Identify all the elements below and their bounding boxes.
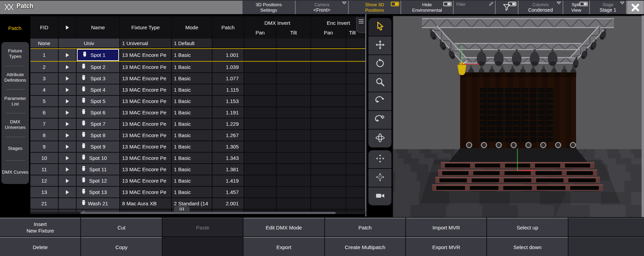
cell-enc-pan[interactable] xyxy=(311,73,346,84)
cell-enc-pan[interactable] xyxy=(311,130,346,141)
col-header-dmx-tilt[interactable]: Tilt xyxy=(277,27,311,39)
expand-cell[interactable] xyxy=(59,73,77,84)
cell-enc-pan[interactable] xyxy=(311,153,346,163)
sidebar-item-dmx-curves[interactable]: DMX Curves xyxy=(1,160,29,184)
cell-enc-tilt[interactable] xyxy=(346,141,366,152)
expand-cell[interactable] xyxy=(59,164,77,175)
expand-cell[interactable] xyxy=(59,119,77,129)
fixture-type-cell[interactable]: 13 MAC Encore Pe xyxy=(120,175,172,186)
fid-cell[interactable]: 21 xyxy=(30,198,59,209)
3d-positions-settings-button[interactable]: 3D Positions Settings xyxy=(242,1,295,14)
mode-cell[interactable]: 1 Basic xyxy=(172,164,212,175)
tool-pan-camera[interactable] xyxy=(368,150,392,168)
cell-dmx-pan[interactable] xyxy=(244,39,277,48)
fid-cell[interactable]: 2 xyxy=(30,62,59,72)
cell-enc-tilt[interactable] xyxy=(346,187,366,197)
cell-dmx-pan[interactable] xyxy=(244,107,277,118)
delete-button[interactable]: Delete xyxy=(0,237,80,256)
cell-enc-pan[interactable] xyxy=(311,49,346,61)
paste-button[interactable]: Paste xyxy=(162,218,243,236)
col-header-mode[interactable]: Mode xyxy=(172,16,212,39)
export-mvr-button[interactable]: Export MVR xyxy=(406,237,486,256)
table-row-spot-2[interactable]: 2Spot 213 MAC Encore Pe1 Basic1.039 xyxy=(30,62,366,73)
cell-dmx-tilt[interactable] xyxy=(277,73,311,84)
camera-select-button[interactable]: Camera <Front> xyxy=(296,1,348,14)
expand-cell[interactable] xyxy=(59,153,77,163)
expand-cell[interactable] xyxy=(59,187,77,197)
cell-dmx-tilt[interactable] xyxy=(277,175,311,186)
expand-cell[interactable] xyxy=(59,49,77,61)
name-cell[interactable]: Spot 11 xyxy=(77,164,120,175)
name-cell[interactable]: Spot 2 xyxy=(77,62,120,72)
table-row-spot-8[interactable]: 8Spot 813 MAC Encore Pe1 Basic1.267 xyxy=(30,130,366,141)
fixture-type-cell[interactable]: 13 MAC Encore Pe xyxy=(120,84,172,95)
mode-cell[interactable]: 1 Basic xyxy=(172,84,212,95)
sidebar-item-dmx-universes[interactable]: DMX Universes xyxy=(1,113,29,137)
universe-type-cell[interactable]: 1 Universal xyxy=(120,39,172,48)
expand-cell[interactable] xyxy=(59,62,77,72)
show-3d-positions-toggle[interactable]: Show 3D Positions xyxy=(349,1,400,14)
fixture-type-cell[interactable]: 13 MAC Encore Pe xyxy=(120,62,172,72)
patch-cell[interactable]: 1.039 xyxy=(212,62,244,72)
table-row-spot-11[interactable]: 11Spot 1113 MAC Encore Pe1 Basic1.381 xyxy=(30,164,366,175)
cell-enc-tilt[interactable] xyxy=(346,62,366,72)
cell-dmx-tilt[interactable] xyxy=(277,119,311,129)
cell-dmx-pan[interactable] xyxy=(244,96,277,106)
mode-cell[interactable]: 1 Basic xyxy=(172,62,212,72)
fixture-type-cell[interactable]: 13 MAC Encore Pe xyxy=(120,96,172,106)
patch-cell[interactable]: 1.115 xyxy=(212,84,244,95)
cell-dmx-tilt[interactable] xyxy=(277,198,311,209)
universe-name-cell[interactable]: Univ xyxy=(59,39,120,48)
cell-enc-pan[interactable] xyxy=(311,141,346,152)
stage-select-button[interactable]: Stage Stage 1 xyxy=(590,1,626,14)
tool-orbit-camera[interactable] xyxy=(368,92,392,110)
cell-dmx-tilt[interactable] xyxy=(277,96,311,106)
name-cell[interactable]: Spot 5 xyxy=(77,96,120,106)
fid-cell[interactable]: 7 xyxy=(30,119,59,129)
name-cell[interactable]: Spot 9 xyxy=(77,141,120,152)
patch-cell[interactable]: 1.191 xyxy=(212,107,244,118)
expand-cell[interactable] xyxy=(59,175,77,186)
fid-cell[interactable]: 3 xyxy=(30,73,59,84)
col-header-fixture-type[interactable]: Fixture Type xyxy=(120,16,172,39)
mode-cell[interactable]: 1 Basic xyxy=(172,73,212,84)
cell-dmx-pan[interactable] xyxy=(244,49,277,61)
cell-dmx-tilt[interactable] xyxy=(277,164,311,175)
cell-enc-tilt[interactable] xyxy=(346,39,366,48)
mode-cell[interactable]: 1 Basic xyxy=(172,153,212,163)
cell-enc-pan[interactable] xyxy=(311,164,346,175)
split-view-toggle[interactable]: Split View xyxy=(563,1,589,14)
vertical-scroll-grip[interactable] xyxy=(356,17,365,33)
patch-cell[interactable]: 1.153 xyxy=(212,96,244,106)
table-row-spot-5[interactable]: 5Spot 513 MAC Encore Pe1 Basic1.153 xyxy=(30,96,366,107)
mode-cell[interactable]: 1 Basic xyxy=(172,187,212,197)
name-cell[interactable]: Spot 13 xyxy=(77,187,120,197)
hide-environmental-toggle[interactable]: Hide Environmental xyxy=(401,1,453,14)
expand-cell[interactable] xyxy=(59,107,77,118)
name-cell[interactable]: Spot 3 xyxy=(77,73,120,84)
cell-dmx-pan[interactable] xyxy=(244,62,277,72)
cell-enc-tilt[interactable] xyxy=(346,84,366,95)
fid-cell[interactable]: 13 xyxy=(30,187,59,197)
filter-field[interactable]: Filter xyxy=(454,1,495,14)
name-cell[interactable]: Spot 12 xyxy=(77,175,120,186)
expand-cell[interactable] xyxy=(59,130,77,141)
cell-enc-tilt[interactable] xyxy=(346,164,366,175)
table-row-spot-12[interactable]: 12Spot 1213 MAC Encore Pe1 Basic1.419 xyxy=(30,175,366,187)
tool-rotate-3d[interactable] xyxy=(368,129,392,147)
mode-cell[interactable]: 1 Basic xyxy=(172,175,212,186)
fixture-type-cell[interactable]: 13 MAC Encore Pe xyxy=(120,187,172,197)
name-cell[interactable]: Spot 1 xyxy=(77,49,120,61)
universe-mode-cell[interactable]: 1 Default xyxy=(172,39,212,48)
table-row-spot-7[interactable]: 7Spot 713 MAC Encore Pe1 Basic1.229 xyxy=(30,119,366,130)
cell-dmx-pan[interactable] xyxy=(244,141,277,152)
fid-cell[interactable]: 6 xyxy=(30,107,59,118)
fid-cell[interactable]: 10 xyxy=(30,153,59,163)
name-cell[interactable]: Spot 8 xyxy=(77,130,120,141)
tool-pan-selection[interactable] xyxy=(368,168,392,187)
name-cell[interactable]: Spot 4 xyxy=(77,84,120,95)
import-mvr-button[interactable]: Import MVR xyxy=(406,218,486,236)
table-row-wash-21[interactable]: 21Wash 218 Mac Aura XB2 Standard (142.00… xyxy=(30,198,366,209)
patch-cell[interactable]: 1.457 xyxy=(212,187,244,197)
col-header-dmx-invert[interactable]: DMX Invert xyxy=(244,16,311,27)
